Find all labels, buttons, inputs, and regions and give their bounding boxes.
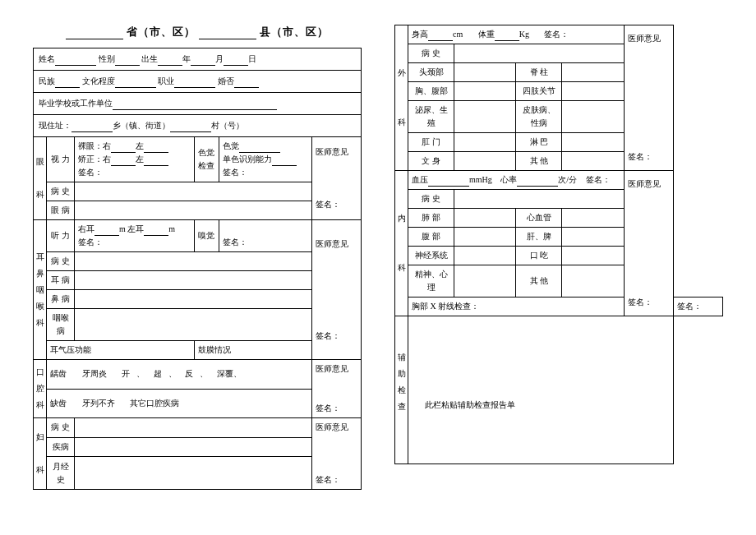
gyn-disease-label: 疾病 bbox=[47, 437, 75, 457]
ent-throat-label: 咽喉病 bbox=[47, 309, 75, 341]
right-table: 外 科 身高cm 体重Kg 签名： 医师意见 签名： 病 史 头颈部脊 柱 胸、… bbox=[394, 25, 723, 464]
eye-opinion: 医师意见 签名： bbox=[312, 137, 362, 220]
gyn-opinion: 医师意见 签名： bbox=[312, 418, 362, 490]
ent-whisper-value: 签名： bbox=[219, 220, 311, 252]
surg-dept-label: 外 科 bbox=[395, 25, 408, 171]
surg-opinion: 医师意见 签名： bbox=[625, 25, 674, 171]
surg-measure: 身高cm 体重Kg 签名： bbox=[408, 25, 625, 44]
info-row-3: 毕业学校或工作单位 bbox=[34, 93, 362, 115]
ent-whisper-label: 嗅觉 bbox=[194, 220, 219, 252]
color-values: 色觉 单色识别能力 签名： bbox=[219, 137, 311, 182]
ent-ear-label: 耳 病 bbox=[47, 271, 75, 290]
ent-drum-status: 鼓膜情况 bbox=[194, 341, 311, 360]
ent-opinion: 医师意见 签名： bbox=[312, 220, 362, 360]
eye-disease-label: 眼 病 bbox=[47, 201, 75, 220]
oral-row-2: 缺齿 牙列不齐 其它口腔疾病 bbox=[47, 389, 312, 418]
ent-history-label: 病 史 bbox=[47, 252, 75, 271]
aux-dept-label: 辅 助 检 查 bbox=[395, 316, 408, 464]
eye-vision-values: 裸眼：右左 矫正：右左 签名： bbox=[75, 137, 195, 182]
ent-dept-label: 耳 鼻 咽 喉 科 bbox=[34, 220, 47, 360]
int-opinion: 医师意见 签名： bbox=[625, 171, 674, 316]
gyn-dept-label: 妇 科 bbox=[34, 418, 47, 490]
int-dept-label: 内 科 bbox=[395, 171, 408, 316]
ent-nose-label: 鼻 病 bbox=[47, 290, 75, 309]
oral-opinion: 医师意见 签名： bbox=[312, 360, 362, 418]
form-title: 省（市、区） 县（市、区） bbox=[33, 25, 362, 39]
oral-row-1: 龋齿 牙周炎 开、 超、 反、 深覆、 bbox=[47, 360, 312, 390]
ent-hearing-value: 右耳m 左耳m 签名： bbox=[75, 220, 195, 252]
ent-hearing-label: 听 力 bbox=[47, 220, 75, 252]
info-row-2: 民族 文化程度 职业 婚否 bbox=[34, 71, 362, 93]
eye-disease-value bbox=[75, 201, 312, 220]
info-row-4: 现住址：乡（镇、街道）村（号） bbox=[34, 115, 362, 137]
eye-vision-label: 视 力 bbox=[47, 137, 75, 182]
eye-dept-label: 眼 科 bbox=[34, 137, 47, 220]
gyn-menses-label: 月经史 bbox=[47, 457, 75, 490]
ent-eardrum-label: 耳气压功能 bbox=[47, 341, 195, 360]
right-page: 外 科 身高cm 体重Kg 签名： 医师意见 签名： 病 史 头颈部脊 柱 胸、… bbox=[394, 25, 723, 490]
left-table: 姓名 性别 出生年月日 民族 文化程度 职业 婚否 毕业学校或工作单位 现住址：… bbox=[33, 48, 362, 490]
info-row-1: 姓名 性别 出生年月日 bbox=[34, 48, 362, 71]
xray-sign: 签名： bbox=[674, 297, 723, 316]
color-check-label: 色觉 检查 bbox=[194, 137, 219, 182]
surg-history-label: 病 史 bbox=[408, 44, 454, 63]
gyn-history-label: 病 史 bbox=[47, 418, 75, 438]
left-page: 省（市、区） 县（市、区） 姓名 性别 出生年月日 民族 文化程度 职业 婚否 … bbox=[33, 25, 362, 490]
int-measure: 血压mmHg 心率次/分 签名： bbox=[408, 171, 625, 190]
aux-note: 此栏粘贴辅助检查报告单 bbox=[408, 316, 674, 464]
eye-history-label: 病 史 bbox=[47, 182, 75, 201]
eye-history-value bbox=[75, 182, 312, 201]
oral-dept-label: 口 腔 科 bbox=[34, 360, 47, 418]
